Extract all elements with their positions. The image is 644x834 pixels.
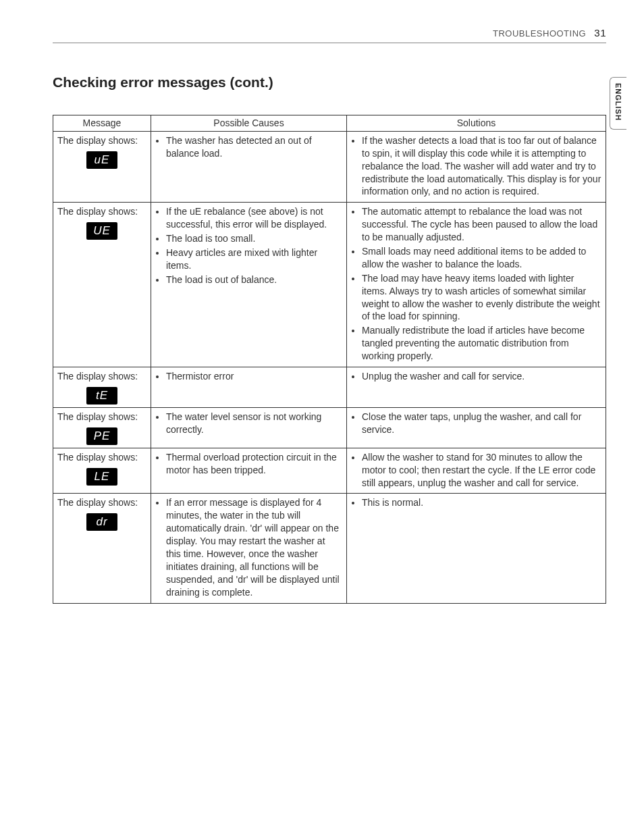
error-code-badge: PE xyxy=(86,427,117,445)
table-row: The display shows:LEThermal overload pro… xyxy=(53,448,606,494)
solutions-cell: Unplug the washer and call for service. xyxy=(347,367,606,408)
cause-item: Heavy articles are mixed with lighter it… xyxy=(166,246,342,272)
table-row: The display shows:uEThe washer has detec… xyxy=(53,131,606,202)
page-title: Checking error messages (cont.) xyxy=(53,74,606,90)
cause-item: If the uE rebalance (see above) is not s… xyxy=(166,205,342,231)
header-page-number: 31 xyxy=(594,27,606,38)
display-shows-label: The display shows: xyxy=(57,205,146,218)
cause-item: Thermal overload protection circuit in t… xyxy=(166,451,342,477)
cause-item: The load is too small. xyxy=(166,232,342,245)
solution-item: If the washer detects a load that is too… xyxy=(362,134,601,198)
causes-cell: If the uE rebalance (see above) is not s… xyxy=(151,203,347,367)
causes-cell: The water level sensor is not working co… xyxy=(151,407,347,448)
solution-item: The load may have heavy items loaded wit… xyxy=(362,272,601,323)
solutions-cell: The automatic attempt to rebalance the l… xyxy=(347,203,606,367)
display-shows-label: The display shows: xyxy=(57,451,146,464)
error-code-badge: tE xyxy=(86,387,117,405)
causes-cell: If an error message is displayed for 4 m… xyxy=(151,494,347,603)
table-row: The display shows:PEThe water level sens… xyxy=(53,407,606,448)
language-tab: ENGLISH xyxy=(610,77,626,130)
cause-item: Thermistor error xyxy=(166,370,342,383)
message-cell: The display shows:tE xyxy=(53,367,151,408)
table-row: The display shows:drIf an error message … xyxy=(53,494,606,603)
error-code-badge: uE xyxy=(86,151,117,169)
solution-item: Manually redistribute the load if articl… xyxy=(362,324,601,363)
cause-item: If an error message is displayed for 4 m… xyxy=(166,496,342,598)
solutions-cell: Close the water taps, unplug the washer,… xyxy=(347,407,606,448)
header-section: Troubleshooting xyxy=(493,28,586,38)
display-shows-label: The display shows: xyxy=(57,411,146,423)
solution-item: Allow the washer to stand for 30 minutes… xyxy=(362,451,601,490)
table-row: The display shows:UEIf the uE rebalance … xyxy=(53,203,606,367)
display-shows-label: The display shows: xyxy=(57,134,146,147)
solution-item: Close the water taps, unplug the washer,… xyxy=(362,411,601,436)
solution-item: This is normal. xyxy=(362,496,601,509)
causes-cell: The washer has detected an out of balanc… xyxy=(151,131,347,202)
error-code-badge: dr xyxy=(86,513,117,531)
cause-item: The load is out of balance. xyxy=(166,273,342,286)
cause-item: The washer has detected an out of balanc… xyxy=(166,134,342,160)
col-header-message: Message xyxy=(53,115,151,132)
message-cell: The display shows:UE xyxy=(53,203,151,367)
solutions-cell: If the washer detects a load that is too… xyxy=(347,131,606,202)
solution-item: Unplug the washer and call for service. xyxy=(362,370,601,383)
message-cell: The display shows:uE xyxy=(53,131,151,202)
col-header-solutions: Solutions xyxy=(347,115,606,132)
solution-item: The automatic attempt to rebalance the l… xyxy=(362,205,601,244)
error-code-badge: UE xyxy=(86,222,117,240)
display-shows-label: The display shows: xyxy=(57,370,146,383)
message-cell: The display shows:PE xyxy=(53,407,151,448)
error-code-badge: LE xyxy=(86,468,117,486)
language-label: ENGLISH xyxy=(614,83,622,121)
table-row: The display shows:tEThermistor errorUnpl… xyxy=(53,367,606,408)
message-cell: The display shows:LE xyxy=(53,448,151,494)
message-cell: The display shows:dr xyxy=(53,494,151,603)
running-header: Troubleshooting 31 xyxy=(53,27,606,43)
display-shows-label: The display shows: xyxy=(57,496,146,509)
causes-cell: Thermistor error xyxy=(151,367,347,408)
solution-item: Small loads may need additional items to… xyxy=(362,245,601,271)
cause-item: The water level sensor is not working co… xyxy=(166,411,342,436)
solutions-cell: Allow the washer to stand for 30 minutes… xyxy=(347,448,606,494)
causes-cell: Thermal overload protection circuit in t… xyxy=(151,448,347,494)
solutions-cell: This is normal. xyxy=(347,494,606,603)
error-messages-table: Message Possible Causes Solutions The di… xyxy=(53,115,606,604)
col-header-causes: Possible Causes xyxy=(151,115,347,132)
